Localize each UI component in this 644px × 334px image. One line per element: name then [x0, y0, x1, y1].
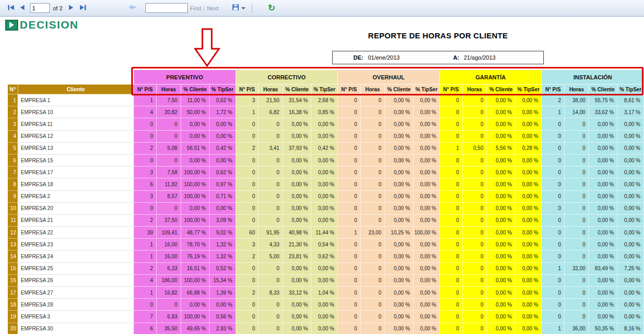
data-cell: 0,00 % [181, 202, 209, 214]
last-page-button[interactable] [77, 3, 88, 14]
data-cell: 0,00 % [413, 118, 440, 130]
find-next-separator: | [203, 5, 205, 11]
data-cell: 0,71 % [209, 190, 236, 202]
data-cell: 100,00 % [181, 178, 209, 190]
data-cell: 0 [338, 178, 361, 190]
data-cell: 5,08 [156, 142, 181, 154]
data-cell: 0,00 % [515, 166, 542, 178]
data-cell: 5,00 [258, 251, 283, 262]
data-cell: 0,00 % [487, 323, 515, 334]
data-cell: 0,00 % [515, 118, 542, 130]
data-cell: 0 [542, 118, 565, 130]
data-cell: 2,68 % [311, 94, 338, 106]
data-cell: 0,00 % [487, 274, 515, 286]
find-link[interactable]: Find [190, 5, 201, 11]
data-cell: 0 [134, 118, 157, 130]
data-cell: 0 [440, 274, 462, 286]
data-cell: 16,51 % [181, 262, 209, 274]
prev-page-button[interactable] [17, 3, 28, 14]
client-cell: EMPRESA 25 [18, 262, 133, 274]
data-cell: 60 [236, 227, 258, 239]
row-number-cell: 7 [8, 166, 18, 178]
data-cell: 100,00 % [413, 227, 440, 239]
back-to-parent-button[interactable] [127, 3, 138, 14]
data-cell: 11,44 % [311, 227, 338, 239]
row-number-header: N° [8, 85, 18, 94]
data-cell: 0,00 % [283, 190, 311, 202]
data-cell: 0 [338, 202, 361, 214]
data-cell: 0 [542, 287, 565, 299]
sub-column-header: % TipSer [617, 85, 643, 94]
data-cell: 21,50 [258, 94, 283, 106]
data-cell: 37,50 [156, 214, 181, 226]
data-cell: 0,00 % [487, 239, 515, 251]
data-cell: 0,00 % [181, 130, 209, 142]
data-cell: 0,00 % [311, 130, 338, 142]
data-cell: 0 [440, 202, 462, 214]
refresh-button[interactable]: ↻ [266, 3, 277, 14]
data-cell: 3,17 % [617, 106, 643, 118]
first-page-button[interactable] [5, 3, 17, 14]
data-cell: 0 [440, 323, 462, 334]
export-dropdown-caret-icon [241, 7, 245, 9]
prev-page-icon [20, 4, 25, 12]
next-page-button[interactable] [65, 3, 77, 14]
page-number-input[interactable] [30, 3, 50, 13]
data-cell: 2 [134, 142, 157, 154]
data-cell: 0 [462, 239, 487, 251]
table-row: 7EMPRESA 1737,58100,00 %0,62 %000,00 %0,… [8, 166, 644, 178]
sub-column-header: % Cliente [589, 85, 618, 94]
client-cell: EMPRESA 17 [18, 166, 133, 178]
data-cell: 0 [440, 130, 462, 142]
data-cell: 0,00 % [311, 274, 338, 286]
data-cell: 0,00 % [311, 202, 338, 214]
data-cell: 0 [258, 130, 283, 142]
data-cell: 7,50 [156, 94, 181, 106]
data-cell: 48,77 % [181, 227, 209, 239]
data-cell: 1 [134, 251, 157, 262]
data-cell: 0,97 % [209, 178, 236, 190]
data-cell: 0 [338, 142, 361, 154]
blank-corner [8, 70, 134, 85]
next-link[interactable]: Next [207, 5, 219, 11]
data-cell: 1 [338, 227, 361, 239]
table-row: 15EMPRESA 2526,3316,51 %0,52 %000,00 %0,… [8, 262, 644, 274]
table-row: 13EMPRESA 23116,0078,70 %1,32 %34,3321,3… [8, 239, 644, 251]
data-cell: 1 [134, 239, 157, 251]
table-row: 18EMPRESA 28000,00 %0,00 %000,00 %0,00 %… [8, 299, 644, 311]
data-cell: 0,00 % [385, 154, 413, 166]
data-cell: 0 [542, 299, 565, 311]
data-cell: 11,82 [156, 178, 181, 190]
column-group-header-row: PREVENTIVOCORRECTIVOOVERHAULGARANTÍAINST… [8, 70, 644, 85]
data-cell: 0,42 % [209, 142, 236, 154]
data-cell: 0 [565, 274, 589, 286]
data-cell: 0 [542, 251, 565, 262]
data-cell: 0 [134, 202, 157, 214]
table-row: 6EMPRESA 15000,00 %0,00 %000,00 %0,00 %0… [8, 154, 644, 166]
export-button[interactable] [231, 3, 246, 14]
data-cell: 0 [542, 311, 565, 323]
data-cell: 0,00 % [385, 190, 413, 202]
data-cell: 0,00 % [311, 166, 338, 178]
data-cell: 8,57 [156, 190, 181, 202]
column-group-header: CORRECTIVO [236, 70, 338, 85]
data-cell: 0 [542, 239, 565, 251]
row-number-cell: 2 [8, 106, 18, 118]
data-cell: 2,93 % [209, 323, 236, 334]
data-cell: 0,00 % [283, 130, 311, 142]
data-cell: 0 [338, 251, 361, 262]
data-cell: 50,35 % [589, 323, 618, 334]
data-cell: 0,00 % [413, 287, 440, 299]
data-cell: 3 [134, 166, 157, 178]
data-cell: 33,12 % [283, 287, 311, 299]
data-cell: 0 [361, 311, 385, 323]
data-cell: 0 [156, 118, 181, 130]
data-cell: 0 [338, 106, 361, 118]
data-cell: 0 [156, 202, 181, 214]
data-cell: 0,00 % [515, 94, 542, 106]
data-cell: 0 [440, 154, 462, 166]
data-cell: 0 [361, 239, 385, 251]
data-cell: 91,95 [258, 227, 283, 239]
data-cell: 0,00 % [209, 118, 236, 130]
find-input[interactable] [145, 3, 188, 13]
